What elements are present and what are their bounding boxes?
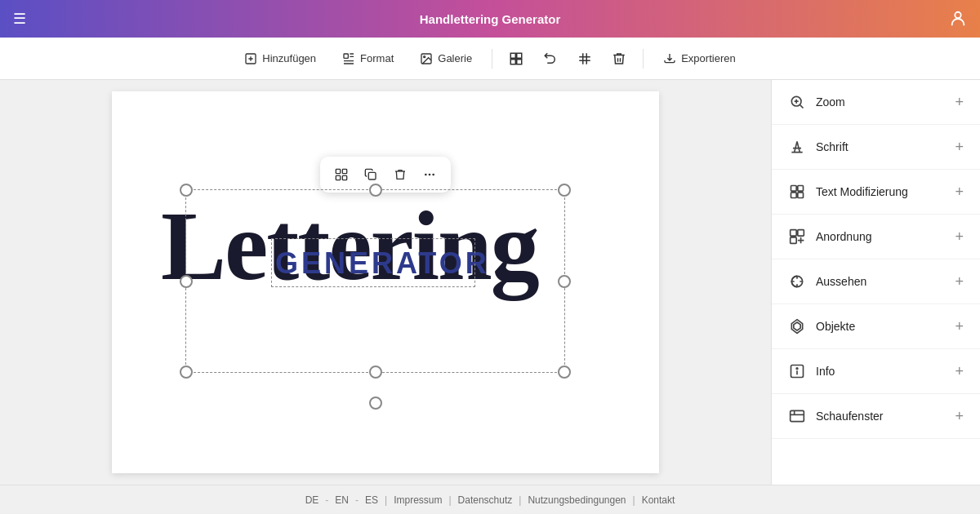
svg-rect-15 xyxy=(336,175,340,179)
showcase-icon xyxy=(788,407,806,425)
zoom-expand-icon: + xyxy=(955,94,964,111)
export-icon xyxy=(663,52,676,65)
text-mod-expand-icon: + xyxy=(955,184,964,201)
footer-link-es[interactable]: ES xyxy=(365,494,378,506)
svg-rect-16 xyxy=(342,175,346,179)
user-icon[interactable] xyxy=(949,10,967,28)
svg-rect-37 xyxy=(791,410,804,421)
panel-item-schaufenster[interactable]: Schaufenster + xyxy=(772,394,980,439)
handle-ml[interactable] xyxy=(180,275,193,288)
footer-link-impressum[interactable]: Impressum xyxy=(394,494,442,506)
svg-rect-24 xyxy=(791,186,797,192)
svg-rect-26 xyxy=(791,193,797,198)
info-expand-icon: + xyxy=(955,363,964,380)
aussehen-expand-icon: + xyxy=(955,273,964,290)
more-icon xyxy=(423,168,436,181)
canvas-area[interactable]: Lettering GENERATOR xyxy=(0,80,771,485)
svg-rect-7 xyxy=(510,59,515,64)
main-content: Lettering GENERATOR xyxy=(0,80,980,485)
font-icon xyxy=(788,138,806,156)
panel-label-info: Info xyxy=(816,365,835,378)
trash-icon xyxy=(612,51,626,66)
svg-point-18 xyxy=(425,174,427,176)
format-icon xyxy=(342,52,355,65)
footer-link-datenschutz[interactable]: Datenschutz xyxy=(458,494,513,506)
svg-rect-8 xyxy=(517,59,522,64)
float-trash-icon xyxy=(394,168,407,181)
group-icon xyxy=(335,168,348,181)
footer-link-en[interactable]: EN xyxy=(335,494,349,506)
export-button[interactable]: Exportieren xyxy=(653,47,745,70)
panel-label-objekte: Objekte xyxy=(816,320,855,333)
panel-item-objekte[interactable]: Objekte + xyxy=(772,304,980,349)
duplicate-icon xyxy=(364,168,377,181)
canvas[interactable]: Lettering GENERATOR xyxy=(112,91,659,473)
svg-rect-6 xyxy=(517,53,522,58)
footer-link-nutzungsbedingungen[interactable]: Nutzungsbedingungen xyxy=(528,494,626,506)
objekte-expand-icon: + xyxy=(955,318,964,335)
svg-rect-25 xyxy=(798,186,804,192)
undo-icon xyxy=(543,51,558,66)
undo-button[interactable] xyxy=(537,45,564,73)
grid-button[interactable] xyxy=(571,45,599,73)
handle-mr[interactable] xyxy=(558,275,571,288)
format-button[interactable]: Format xyxy=(332,47,403,70)
delete-button[interactable] xyxy=(605,45,633,73)
handle-bc[interactable] xyxy=(369,366,382,379)
handle-tl[interactable] xyxy=(180,184,193,197)
handle-tr[interactable] xyxy=(558,184,571,197)
panel-item-text-mod[interactable]: Text Modifizierung + xyxy=(772,170,980,215)
more-options-button[interactable] xyxy=(416,162,443,188)
toolbar-separator-1 xyxy=(492,49,492,69)
svg-rect-2 xyxy=(344,54,348,58)
right-panel: Zoom + Schrift + xyxy=(771,80,980,485)
add-button[interactable]: Hinzufügen xyxy=(234,47,326,70)
svg-rect-5 xyxy=(510,53,515,58)
handle-rotate[interactable] xyxy=(369,397,382,410)
panel-label-schrift: Schrift xyxy=(816,140,849,153)
svg-rect-13 xyxy=(336,169,340,173)
float-toolbar xyxy=(320,157,451,193)
text-mod-icon xyxy=(788,183,806,201)
add-icon xyxy=(244,52,257,65)
appearance-icon xyxy=(788,273,806,290)
svg-rect-14 xyxy=(342,169,346,173)
footer: DE - EN - ES | Impressum | Datenschutz |… xyxy=(0,485,980,514)
handle-br[interactable] xyxy=(558,366,571,379)
main-toolbar: Hinzufügen Format Galerie xyxy=(0,38,980,80)
panel-label-anordnung: Anordnung xyxy=(816,230,872,243)
panel-item-info[interactable]: Info + xyxy=(772,349,980,394)
footer-link-de[interactable]: DE xyxy=(305,494,319,506)
svg-point-4 xyxy=(424,55,425,57)
svg-rect-17 xyxy=(368,172,376,179)
duplicate-button[interactable] xyxy=(358,162,384,188)
app-header: ☰ Handlettering Generator xyxy=(0,0,980,38)
grid-pattern-button[interactable] xyxy=(502,45,530,73)
svg-marker-33 xyxy=(794,322,800,330)
gallery-button[interactable]: Galerie xyxy=(410,47,482,70)
handle-bl[interactable] xyxy=(180,366,193,379)
panel-label-aussehen: Aussehen xyxy=(816,275,866,288)
schrift-expand-icon: + xyxy=(955,139,964,156)
panel-item-anordnung[interactable]: Anordnung + xyxy=(772,215,980,259)
group-button[interactable] xyxy=(328,162,354,188)
panel-item-aussehen[interactable]: Aussehen + xyxy=(772,259,980,304)
anordnung-expand-icon: + xyxy=(955,228,964,246)
toolbar-separator-2 xyxy=(643,49,644,69)
panel-label-zoom: Zoom xyxy=(816,95,845,109)
gallery-icon xyxy=(420,52,433,65)
zoom-icon xyxy=(788,93,806,111)
panel-label-text-mod: Text Modifizierung xyxy=(816,185,908,198)
generator-text[interactable]: GENERATOR xyxy=(275,246,490,281)
menu-icon[interactable]: ☰ xyxy=(13,10,26,28)
grid-icon xyxy=(577,51,592,66)
svg-point-0 xyxy=(955,12,960,18)
svg-point-19 xyxy=(429,174,431,176)
panel-item-zoom[interactable]: Zoom + xyxy=(772,80,980,125)
panel-item-schrift[interactable]: Schrift + xyxy=(772,125,980,170)
lettering-text[interactable]: Lettering xyxy=(161,197,538,295)
selection-box-inner xyxy=(271,238,475,287)
info-icon xyxy=(788,362,806,380)
float-delete-button[interactable] xyxy=(387,162,413,188)
footer-link-kontakt[interactable]: Kontakt xyxy=(642,494,675,506)
